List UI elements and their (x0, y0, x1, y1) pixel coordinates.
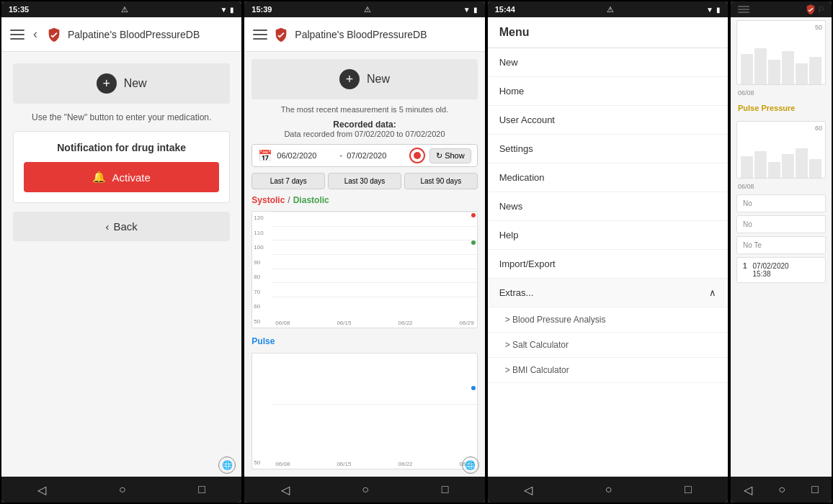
nav-recent-4[interactable]: □ (803, 480, 827, 499)
data-rows-4: No No No Te 1 07/02/2020 15:38 (731, 192, 832, 286)
new-button-1[interactable]: + New (13, 63, 230, 104)
status-time-2: 15:39 (251, 5, 272, 14)
show-button-2[interactable]: ↻ Show (429, 148, 471, 163)
menu-item-extras[interactable]: Extras... ∧ (488, 279, 728, 307)
globe-icon-2[interactable]: 🌐 (462, 456, 479, 474)
nav-bar-2: ◁ ○ □ (244, 477, 484, 503)
period-7-days-2[interactable]: Last 7 days (251, 173, 325, 189)
nav-recent-2[interactable]: □ (433, 480, 458, 499)
screen1: 15:35 ⚠ ▼ ▮ ‹ Palpatine's BloodPressureD… (1, 1, 241, 503)
systolic-label-2: Systolic (251, 195, 285, 205)
date-label-bottom-4: 06/08 (731, 181, 832, 192)
shield-logo-4 (805, 4, 816, 15)
menu-item-new[interactable]: New (488, 48, 728, 77)
nav-back-3[interactable]: ◁ (515, 480, 541, 500)
chart-grid-2 (272, 212, 476, 313)
data-row-3-4: No Te (736, 236, 826, 254)
menu-item-home[interactable]: Home (488, 77, 728, 106)
shield-logo-2 (273, 27, 289, 42)
nav-back-1[interactable]: ◁ (29, 480, 55, 500)
target-inner-2 (414, 152, 421, 159)
nav-recent-1[interactable]: □ (190, 480, 214, 499)
battery-icon-2: ▮ (473, 6, 478, 14)
period-90-days-2[interactable]: Last 90 days (404, 173, 478, 189)
period-buttons-2: Last 7 days Last 30 days Last 90 days (251, 173, 477, 189)
status-bar-1: 15:35 ⚠ ▼ ▮ (1, 1, 241, 17)
pulse-label-2: Pulse (251, 334, 477, 347)
app-bar-2: Palpatine's BloodPressureDB (244, 17, 484, 52)
nav-bar-4: ◁ ○ □ (731, 477, 832, 503)
notification-card-1: Notification for drug intake 🔔 Activate (13, 131, 230, 203)
recorded-dates-2: Data recorded from 07/02/2020 to 07/02/2… (251, 130, 477, 138)
activate-button-1[interactable]: 🔔 Activate (24, 162, 219, 192)
menu-item-bp-analysis[interactable]: > Blood Pressure Analysis (488, 307, 728, 333)
menu-item-news[interactable]: News (488, 192, 728, 221)
chart-labels-2: Systolic / Diastolic (251, 195, 477, 205)
status-icons-2: ▼ ▮ (463, 6, 478, 14)
nav-recent-3[interactable]: □ (676, 480, 700, 499)
calendar-icon-2: 📅 (258, 149, 272, 163)
screen2: 15:39 ⚠ ▼ ▮ Palpatine's BloodPressureDB … (244, 1, 484, 503)
nav-home-4[interactable]: ○ (770, 480, 794, 499)
bell-icon-1: 🔔 (92, 171, 106, 184)
menu-header-3: Menu (488, 17, 728, 48)
status-time-3: 15:44 (495, 5, 515, 14)
menu-item-medication[interactable]: Medication (488, 163, 728, 192)
hamburger-icon-4[interactable] (738, 6, 749, 13)
app-bar-1: ‹ Palpatine's BloodPressureDB (1, 17, 241, 52)
period-30-days-2[interactable]: Last 30 days (328, 173, 401, 189)
recorded-section-2: Recorded data: Data recorded from 07/02/… (251, 120, 477, 138)
partial-chart-bottom-4: 60 (736, 121, 826, 179)
date-to-2[interactable]: 07/02/2020 (347, 151, 405, 160)
menu-item-bmi-calculator[interactable]: > BMI Calculator (488, 358, 728, 383)
target-icon-2[interactable] (409, 148, 425, 163)
activate-label-1: Activate (112, 171, 150, 184)
menu-item-import-export[interactable]: Import/Export (488, 250, 728, 279)
bp-red-dot (471, 213, 476, 217)
wifi-icon-2: ▼ (463, 6, 471, 14)
data-entry-4: 1 07/02/2020 15:38 (736, 257, 826, 283)
nav-home-2[interactable]: ○ (353, 480, 378, 499)
status-bar-3: 15:44 ⚠ ▼ ▮ (488, 1, 728, 17)
bp-chart-2: 1201101009080706050 06/0806/1506/2206/29 (251, 211, 477, 328)
data-row-1-4: No (736, 194, 826, 212)
new-button-label-2: New (367, 73, 390, 86)
nav-home-3[interactable]: ○ (597, 480, 621, 499)
wifi-icon-3: ▼ (706, 6, 713, 14)
hamburger-icon-1[interactable] (10, 30, 24, 40)
screen4: P 50 06/08 Pulse Pressure (731, 1, 832, 503)
diastolic-label-2: Diastolic (293, 195, 329, 205)
chart-x-labels-2: 06/0806/1506/2206/29 (272, 318, 476, 328)
back-button-1[interactable]: ‹ Back (13, 212, 230, 241)
recent-text-2: The most recent measurement is 5 minutes… (251, 105, 477, 114)
menu-item-salt-calculator[interactable]: > Salt Calculator (488, 333, 728, 358)
pulse-x-labels-2: 06/0806/1506/2206/29 (272, 459, 476, 469)
status-warning-1: ⚠ (121, 5, 128, 14)
shield-logo-1 (46, 27, 62, 42)
nav-home-1[interactable]: ○ (110, 480, 135, 499)
nav-back-4[interactable]: ◁ (735, 480, 761, 500)
new-button-label-1: New (124, 77, 147, 90)
menu-item-help[interactable]: Help (488, 221, 728, 250)
pulse-pressure-header-4: Pulse Pressure (731, 98, 832, 118)
show-label-2: Show (445, 151, 465, 160)
chevron-up-icon-extras: ∧ (709, 287, 716, 298)
new-button-2[interactable]: + New (251, 59, 477, 99)
status-warning-2: ⚠ (364, 5, 371, 14)
notification-title-1: Notification for drug intake (57, 142, 186, 153)
screen3-content: Menu New Home User Account Settings Medi… (488, 17, 728, 477)
hamburger-icon-2[interactable] (253, 30, 267, 40)
screen2-content: + New The most recent measurement is 5 m… (244, 52, 484, 477)
back-button-appbar-1[interactable]: ‹ (30, 25, 40, 43)
app-bar-title-4: P (818, 4, 824, 15)
recorded-label-2: Recorded data: (251, 120, 477, 130)
date-from-2[interactable]: 06/02/2020 (277, 151, 335, 160)
entry-date-4: 07/02/2020 15:38 (753, 262, 789, 278)
status-time-1: 15:35 (9, 5, 29, 14)
back-label-1: Back (113, 220, 137, 233)
menu-item-user-account[interactable]: User Account (488, 106, 728, 135)
nav-back-2[interactable]: ◁ (272, 480, 298, 500)
partial-chart-top-4: 50 (736, 20, 826, 85)
menu-item-settings[interactable]: Settings (488, 135, 728, 163)
status-bar-4: P (731, 1, 832, 17)
